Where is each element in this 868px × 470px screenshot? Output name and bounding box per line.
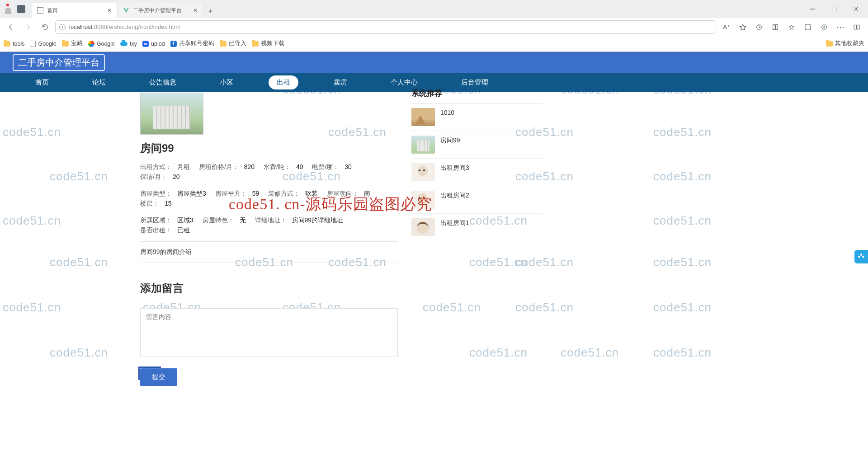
app-title: 二手房中介管理平台 [13, 54, 105, 71]
bookmark-tools[interactable]: tools [4, 41, 24, 47]
more-button[interactable]: ⋯ [833, 20, 848, 34]
nav-community[interactable]: 小区 [212, 75, 241, 89]
url-field[interactable]: i localhost:8080/ershoufang/front/index.… [55, 20, 716, 34]
browser-titlebar: 首页 ✕ 二手房中介管理平台 ✕ + [0, 0, 868, 18]
site-info-icon[interactable]: i [59, 24, 66, 30]
svg-rect-7 [773, 24, 775, 29]
nav-admin[interactable]: 后台管理 [453, 75, 496, 89]
svg-point-16 [862, 256, 864, 258]
recommendation-thumb [411, 191, 435, 209]
recommendation-thumb [411, 108, 435, 126]
recommendation-item[interactable]: 出租房间3 [411, 159, 542, 186]
recommendation-thumb [411, 218, 435, 236]
recommendation-title: 房间99 [440, 136, 460, 154]
nav-home[interactable]: 首页 [27, 75, 57, 89]
bookmark-uplod[interactable]: ∞uplod [142, 41, 165, 47]
divider [140, 263, 398, 263]
back-button[interactable] [4, 20, 18, 34]
comment-textarea[interactable] [140, 308, 398, 357]
recommendation-title: 出租房间1 [440, 218, 469, 236]
nav-profile[interactable]: 个人中心 [382, 75, 426, 89]
performance-button[interactable] [800, 20, 816, 34]
bookmark-other[interactable]: 其他收藏夹 [826, 40, 864, 47]
spec-line-1: 出租方式：月租 房租价格/月：820 水费/吨：40 电费/度：30 保洁/月：… [140, 162, 398, 182]
bookmark-txy[interactable]: txy [120, 41, 137, 47]
tab-2[interactable]: 二手房中介管理平台 ✕ [118, 3, 203, 18]
app-header: 二手房中介管理平台 [0, 52, 868, 73]
minimize-button[interactable] [802, 1, 823, 17]
workspace-icon[interactable] [17, 5, 25, 13]
submit-button[interactable]: 提交 [140, 368, 177, 386]
svg-marker-0 [123, 8, 129, 13]
svg-point-15 [858, 256, 860, 258]
svg-rect-2 [832, 7, 836, 11]
split-screen-button[interactable] [849, 20, 864, 34]
bookmarks-bar: tools Google 宝藏 Google txy ∞uplod f共享账号密… [0, 36, 868, 52]
nav-forum[interactable]: 论坛 [84, 75, 114, 89]
text-size-button[interactable]: A⁺ [719, 20, 734, 34]
recommendation-item[interactable]: 房间99 [411, 131, 542, 159]
comment-heading: 添加留言 [140, 281, 398, 296]
url-text: localhost:8080/ershoufang/front/index.ht… [69, 24, 180, 30]
extensions-button[interactable] [784, 20, 799, 34]
svg-marker-5 [740, 24, 745, 30]
nav-rent[interactable]: 出租 [269, 75, 298, 89]
close-icon[interactable]: ✕ [193, 7, 198, 14]
vue-favicon-icon [123, 7, 129, 14]
recommendation-item[interactable]: 1010 [411, 103, 542, 131]
address-bar: i localhost:8080/ershoufang/front/index.… [0, 18, 868, 36]
property-description: 房间99的房间介绍 [140, 248, 398, 256]
sidebar-heading: 系统推荐 [411, 88, 542, 103]
svg-marker-9 [789, 25, 794, 29]
new-tab-button[interactable]: + [203, 5, 217, 18]
tab-title: 首页 [47, 7, 58, 14]
bookmark-imported[interactable]: 已导入 [220, 40, 246, 47]
svg-rect-10 [805, 24, 811, 30]
forward-button[interactable] [21, 20, 35, 34]
maximize-button[interactable] [824, 1, 844, 17]
svg-rect-13 [854, 25, 856, 29]
nav-notice[interactable]: 公告信息 [141, 75, 184, 89]
main-content: 房间99 出租方式：月租 房租价格/月：820 水费/吨：40 电费/度：30 … [140, 92, 398, 470]
float-assist-button[interactable] [854, 250, 868, 263]
svg-point-12 [823, 26, 825, 28]
spec-line-3: 所属区域：区域3 房屋特色：无 详细地址：房间99的详细地址 是否出租：已租 [140, 215, 398, 235]
profile-icon[interactable] [2, 3, 14, 15]
bookmark-google-page[interactable]: Google [30, 41, 56, 47]
recommendation-title: 出租房间2 [440, 191, 469, 209]
tab-title: 二手房中介管理平台 [133, 7, 182, 14]
page-favicon-icon [37, 7, 43, 14]
bookmark-baozang[interactable]: 宝藏 [62, 40, 83, 47]
bookmark-google[interactable]: Google [88, 41, 115, 47]
property-title: 房间99 [140, 141, 398, 155]
favorite-button[interactable] [735, 20, 750, 34]
recommendation-thumb [411, 136, 435, 154]
divider [140, 241, 398, 242]
recommendation-thumb [411, 163, 435, 181]
property-image [140, 93, 203, 135]
recommendation-title: 出租房间3 [440, 163, 469, 181]
svg-rect-8 [776, 24, 778, 29]
recommendation-item[interactable]: 出租房间2 [411, 186, 542, 214]
downloads-button[interactable] [816, 20, 832, 34]
svg-rect-14 [857, 25, 859, 29]
refresh-button[interactable] [38, 20, 52, 34]
tab-strip: 首页 ✕ 二手房中介管理平台 ✕ + [32, 0, 217, 18]
close-icon[interactable]: ✕ [107, 7, 112, 14]
spec-line-2: 房屋类型：房屋类型3 房屋平方：59 装修方式：软装 房屋朝向：南 楼层：15 [140, 188, 398, 209]
sync-icon[interactable] [751, 20, 767, 34]
recommendation-item[interactable]: 出租房间1 [411, 214, 542, 241]
sidebar: 系统推荐 1010 房间99 出租房间3 出租房间2 出租房间1 [411, 92, 542, 470]
recommendation-title: 1010 [440, 108, 454, 126]
bookmark-shared[interactable]: f共享账号密码 [170, 40, 214, 47]
bookmark-video[interactable]: 视频下载 [252, 40, 284, 47]
tab-1[interactable]: 首页 ✕ [32, 3, 118, 18]
close-window-button[interactable] [845, 1, 866, 17]
nav-sell[interactable]: 卖房 [326, 75, 355, 89]
collections-button[interactable] [768, 20, 783, 34]
